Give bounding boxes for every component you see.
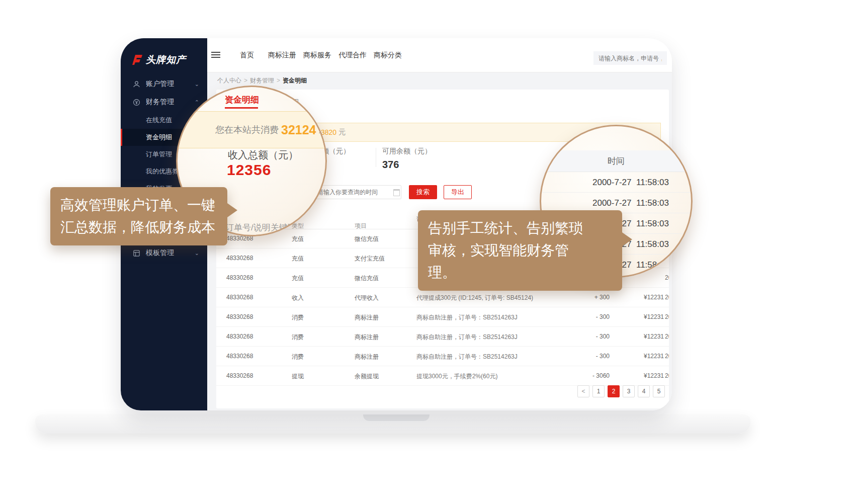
export-button[interactable]: 导出 (444, 185, 472, 199)
chevron-down-icon: ⌄ (195, 250, 199, 257)
table-row[interactable]: 48330268消费商标注册商标自助注册，订单号：SB2514263J- 300… (216, 347, 669, 366)
cell-type: 提现 (292, 372, 304, 381)
chevron-up-icon: ⌃ (195, 99, 199, 106)
cell-type: 充值 (292, 255, 304, 263)
sidebar-subitem-label: 我的优惠券 (146, 167, 179, 176)
cell-project: 微信充值 (355, 274, 379, 283)
marketing-canvas: 头牌知产 账户管理⌄财务管理⌃在线充值资金明细订单管理我的优惠券我的发票模板管理… (0, 0, 853, 504)
magnified-consumption-amount: 32124 (281, 123, 316, 137)
trademark-search-input[interactable] (593, 51, 667, 65)
magnified-time-row: 2000-7-27 11:58:03 (592, 178, 669, 188)
breadcrumb-item-2[interactable]: 资金明细 (283, 77, 307, 84)
cell-desc: 提现3000元，手续费2%(60元) (416, 372, 497, 381)
search-button[interactable]: 搜索 (409, 185, 437, 199)
magnified-income-value: 12356 (227, 161, 271, 179)
cell-amount: - 300 (596, 353, 610, 360)
sidebar-subitem-label: 在线充值 (146, 116, 172, 125)
pagination-page-3[interactable]: 3 (623, 385, 635, 397)
brand-logo-text: 头牌知产 (146, 53, 186, 66)
brand-logo-icon (131, 54, 143, 65)
callout-line: 高效管理账户订单、一键 (60, 194, 217, 216)
cell-project: 商标注册 (355, 353, 379, 361)
cell-time: 2000-7-27 11:58:03 (665, 333, 669, 340)
callout-line: 告别手工统计、告别繁琐 (428, 217, 612, 239)
nav-item-2[interactable]: 商标服务 (300, 51, 335, 60)
sidebar-item-label: 财务管理 (146, 98, 174, 107)
chevron-down-icon: ⌄ (195, 81, 199, 88)
callout-line: 审核，实现智能财务管 (428, 239, 612, 262)
cell-amount: - 300 (596, 333, 610, 340)
callout-arrow-icon (622, 232, 632, 246)
cell-order: 48330268 (226, 313, 253, 320)
magnified-tab-underline (225, 107, 258, 109)
nav-item-3[interactable]: 代理合作 (335, 51, 370, 60)
cell-project: 余额提现 (355, 372, 379, 381)
sidebar-item-财务管理[interactable]: 财务管理⌃ (121, 94, 207, 111)
pagination-page-1[interactable]: 1 (592, 385, 605, 397)
cell-balance: ¥12231 (644, 294, 664, 301)
cell-balance: ¥12231 (644, 353, 664, 360)
sidebar-subitem-label: 订单管理 (146, 150, 172, 159)
sidebar-item-label: 账户管理 (146, 79, 174, 89)
cell-order: 48330268 (226, 372, 253, 379)
magnified-income-label: 收入总额（元） (228, 148, 298, 162)
pagination-prev[interactable]: < (577, 385, 589, 397)
top-nav: 首页商标注册商标服务代理合作商标分类 (207, 38, 672, 72)
laptop-base (35, 414, 750, 434)
cell-type: 充值 (292, 235, 304, 243)
laptop-base-notch (363, 414, 430, 421)
consumption-amount: 3820 (321, 128, 336, 136)
cell-order: 48330268 (226, 274, 253, 281)
pagination-page-2[interactable]: 2 (608, 385, 620, 397)
callout-orders: 高效管理账户订单、一键汇总数据，降低财务成本 (50, 187, 227, 245)
cell-type: 消费 (292, 353, 304, 361)
cell-type: 消费 (292, 333, 304, 342)
user-icon (133, 80, 140, 88)
cell-project: 支付宝充值 (355, 255, 385, 263)
callout-line: 理。 (428, 262, 612, 284)
cell-balance: ¥12231 (644, 313, 664, 320)
cell-time: 2000-7-27 11:58:03 (665, 353, 669, 360)
cell-type: 收入 (292, 294, 304, 302)
nav-item-1[interactable]: 商标注册 (265, 51, 300, 60)
time-query-input[interactable] (312, 185, 401, 199)
cell-desc: 商标自助注册，订单号：SB2514263J (416, 353, 518, 361)
sidebar-item-模板管理[interactable]: 模板管理⌄ (121, 244, 207, 262)
breadcrumb-item-1[interactable]: 财务管理 (250, 77, 274, 84)
cell-time: 2000-7-27 11:58:03 (665, 274, 669, 281)
table-row[interactable]: 48330268消费商标注册商标自助注册，订单号：SB2514263J- 300… (216, 307, 669, 327)
table-row[interactable]: 48330268消费商标注册商标自助注册，订单号：SB2514263J- 300… (216, 327, 669, 347)
calendar-icon[interactable] (393, 189, 400, 196)
callout-smart-finance: 告别手工统计、告别繁琐审核，实现智能财务管理。 (418, 210, 622, 291)
finance-icon (133, 99, 140, 106)
cell-order: 48330268 (226, 333, 253, 340)
brand-logo: 头牌知产 (131, 53, 186, 66)
breadcrumb-separator: > (277, 77, 280, 84)
callout-line: 汇总数据，降低财务成本 (60, 216, 217, 238)
breadcrumb: 个人中心>财务管理>资金明细 (217, 76, 307, 85)
cell-desc: 商标自助注册，订单号：SB2514263J (416, 313, 518, 322)
callout-arrow-icon (227, 203, 237, 217)
sidebar-item-账户管理[interactable]: 账户管理⌄ (121, 75, 207, 93)
pagination: <12345 (577, 385, 665, 397)
hamburger-menu-icon[interactable] (211, 50, 220, 59)
magnified-time-row: 2000-7-27 11:58:03 (592, 198, 669, 208)
breadcrumb-item-0[interactable]: 个人中心 (217, 77, 241, 84)
cell-amount: - 3060 (592, 372, 610, 379)
pagination-page-4[interactable]: 4 (638, 385, 650, 397)
cell-balance: ¥12231 (644, 372, 664, 379)
template-icon (133, 249, 140, 257)
cell-project: 微信充值 (355, 235, 379, 243)
sidebar-item-label: 模板管理 (146, 248, 174, 258)
cell-balance: ¥12231 (644, 333, 664, 340)
cell-project: 商标注册 (355, 333, 379, 342)
stat-balance: 可用余额（元） 376 (382, 147, 432, 171)
pagination-page-5[interactable]: 5 (653, 385, 665, 397)
cell-desc: 代理提成300元 (ID:1245, 订单号: SB45124) (416, 294, 533, 302)
sidebar-subitem-label: 资金明细 (146, 133, 172, 142)
nav-item-4[interactable]: 商标分类 (370, 51, 405, 60)
magnified-banner: 您在本站共消费32124元 (178, 111, 325, 148)
nav-item-0[interactable]: 首页 (229, 51, 265, 60)
table-row[interactable]: 48330268提现余额提现提现3000元，手续费2%(60元)- 3060¥1… (216, 366, 669, 386)
cell-order: 48330268 (226, 255, 253, 262)
